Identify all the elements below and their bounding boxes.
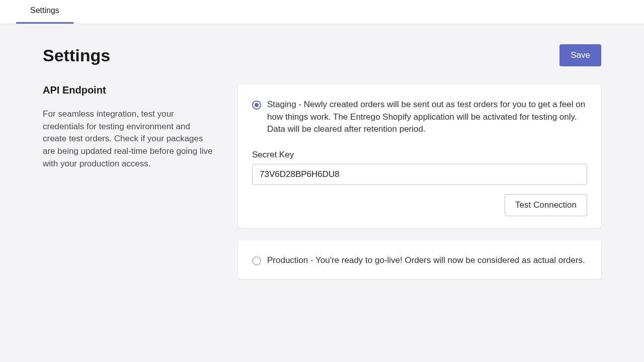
- page-header: Settings Save: [43, 44, 601, 66]
- save-button[interactable]: Save: [559, 44, 601, 66]
- staging-radio-label: Staging - Newly created orders will be s…: [267, 99, 587, 136]
- staging-radio[interactable]: [252, 101, 261, 110]
- production-card: Production - You're ready to go-live! Or…: [238, 240, 601, 279]
- tab-bar: Settings: [0, 0, 644, 24]
- test-button-row: Test Connection: [252, 194, 587, 216]
- section-description: For seamless integration, test your cred…: [43, 108, 214, 170]
- test-connection-button[interactable]: Test Connection: [505, 194, 587, 216]
- content-row: API Endpoint For seamless integration, t…: [43, 84, 601, 291]
- secret-key-label: Secret Key: [252, 150, 587, 160]
- production-radio[interactable]: [252, 256, 261, 265]
- page-body: Settings Save API Endpoint For seamless …: [0, 24, 644, 291]
- production-radio-row[interactable]: Production - You're ready to go-live! Or…: [252, 254, 587, 267]
- page-title: Settings: [43, 46, 110, 65]
- tab-settings[interactable]: Settings: [16, 0, 73, 24]
- section-info: API Endpoint For seamless integration, t…: [43, 84, 214, 291]
- production-radio-label: Production - You're ready to go-live! Or…: [267, 254, 585, 267]
- section-title: API Endpoint: [43, 84, 214, 96]
- form-column: Staging - Newly created orders will be s…: [238, 84, 601, 291]
- staging-radio-row[interactable]: Staging - Newly created orders will be s…: [252, 99, 587, 136]
- secret-key-input[interactable]: [252, 164, 587, 185]
- staging-card: Staging - Newly created orders will be s…: [238, 84, 601, 228]
